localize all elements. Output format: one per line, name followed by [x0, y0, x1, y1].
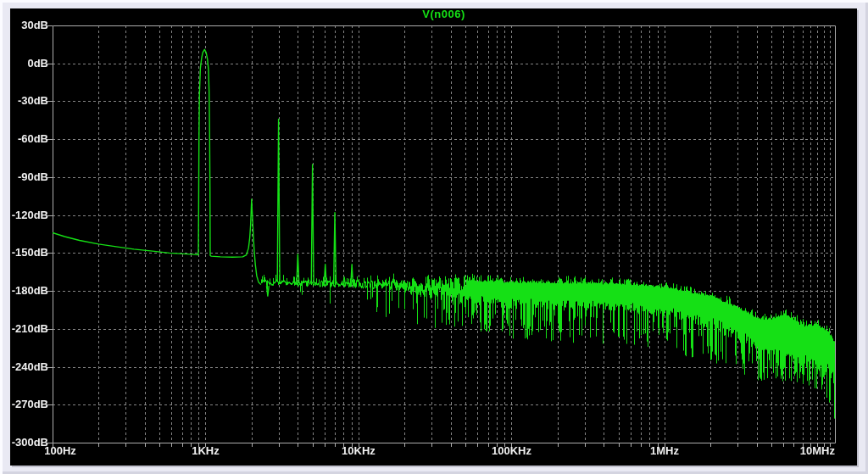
trace-title[interactable]: V(n006): [53, 8, 835, 21]
fft-plot-canvas[interactable]: [0, 0, 868, 474]
waveform-viewer-window: V(n006) 30dB0dB-30dB-60dB-90dB-120dB-150…: [0, 0, 868, 474]
